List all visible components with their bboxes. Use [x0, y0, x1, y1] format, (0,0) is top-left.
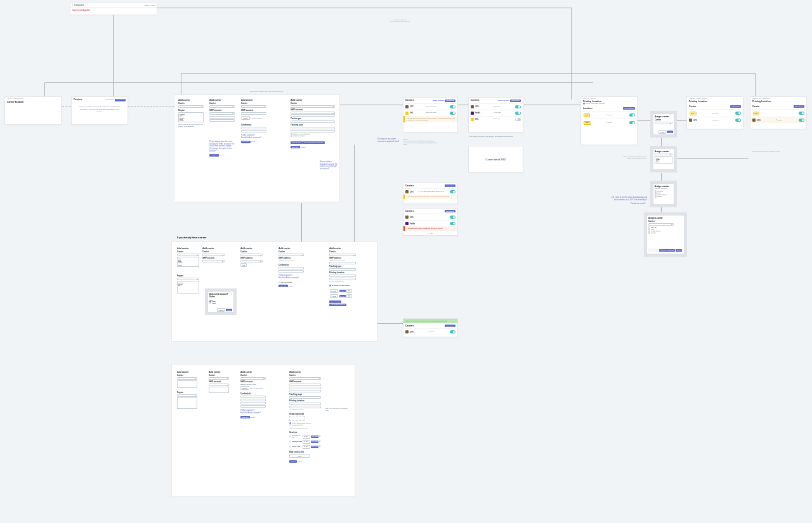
- assign-carrier-sheet-2: Assign a carrier UPSFedExDHLElite: [650, 146, 677, 172]
- close-icon[interactable]: ×: [455, 320, 455, 322]
- ups-logo-icon: [405, 105, 409, 108]
- region-list[interactable]: CanadaUSAUKEuropeUPSFedEx: [178, 112, 204, 122]
- note-carrier-list: We can add it to the carrier list closin…: [752, 151, 780, 153]
- close-icon[interactable]: ×: [231, 293, 232, 298]
- flow-b-heading: If you already have a carrier: [177, 236, 206, 239]
- carrier-row[interactable]: UPSView your rates: [403, 103, 457, 110]
- add-carrier-button[interactable]: Add carrier: [115, 99, 126, 101]
- cancel-link[interactable]: Cancel: [144, 4, 149, 6]
- explorer-title: Carrier Explorer: [5, 100, 61, 104]
- companies-title: Companies: [74, 4, 84, 6]
- assign-carrier-sheet-4: Assign a carrier Carrier Next day 2 day …: [644, 212, 687, 257]
- flow-a-footnote: We now have a 'Delete carrier' and 'Save…: [244, 91, 289, 92]
- carriers-warning-panel-1: CarriersAdd carrier UPS⚠ No rate configu…: [403, 183, 458, 204]
- carriers-list-panel-2: CarriersDelete all apps Add carrier UPS1…: [468, 97, 523, 132]
- config-warning: Log in to Config portal: [72, 9, 89, 11]
- flow-add-carrier-b: Add carrier Carrier UPSDHLOtherFedEx—USP…: [171, 242, 377, 342]
- printing-location-panel-3: Settings / Printing location Printing Lo…: [750, 96, 807, 129]
- carriers-list-panel: CarriersDelete settings Add carrier UPSV…: [403, 97, 458, 132]
- printing-location-panel: Settings / Printing Printing Location Se…: [580, 96, 638, 145]
- tip-banner: Looks like you need to set things up for…: [403, 319, 457, 323]
- learn-more-link[interactable]: Learn more: [105, 99, 114, 101]
- flow-add-carrier-c: Add carrier Carrier Region Add carrier C…: [171, 364, 355, 497]
- carriers-warning-panel-2: CarriersAdd carrier UPS FedEx A disconne…: [403, 208, 458, 236]
- carriers-tip-panel: Looks like you need to set things up for…: [403, 318, 458, 337]
- printing-location-panel-2: Settings / Printing location Printing Lo…: [686, 96, 743, 129]
- next-step-button[interactable]: Next step: [209, 154, 219, 157]
- add-carrier-title: Add carrier: [178, 99, 204, 101]
- carrier-explorer-panel: Home / (some section) Carrier Explorer: [4, 96, 62, 125]
- carrier-detail-placeholder: Carrier detail TBD: [486, 158, 506, 161]
- carrier-select[interactable]: [178, 105, 204, 108]
- submit-link[interactable]: Submit: [150, 4, 155, 6]
- dhl-logo-icon: [405, 112, 409, 115]
- image-upload[interactable]: [289, 416, 304, 421]
- toggle[interactable]: [450, 105, 455, 108]
- flow-add-carrier-a: Add carrier Carrier Region CanadaUSAUKEu…: [174, 94, 340, 202]
- carriers-empty-panel: Carriers Learn more Add carrier Carriers…: [71, 96, 128, 125]
- warning-banner: You can configure services in each locat…: [403, 116, 457, 122]
- carrier-detail-panel: Carrier detail TBD: [468, 146, 523, 172]
- upload-drop[interactable]: Upload: [289, 454, 310, 458]
- fedex-logo-icon: [471, 112, 474, 115]
- companies-panel: ⟨⟩ Companies Cancel Submit Log in to Con…: [70, 3, 157, 15]
- assign-carrier-sheet-3: Assign a carrier Set your services Next …: [650, 181, 677, 207]
- assign-carrier-sheet-1: Assign a carrier Carrier Close Save: [650, 111, 677, 138]
- flow-note-top: is identifying decisionsshould printing …: [374, 19, 425, 22]
- empty-state-text: Carriers are where your ship to, based o…: [79, 106, 120, 113]
- note-app-level: Do I want to see carrier services as app…: [377, 138, 400, 143]
- carriers-title: Carriers: [74, 98, 82, 101]
